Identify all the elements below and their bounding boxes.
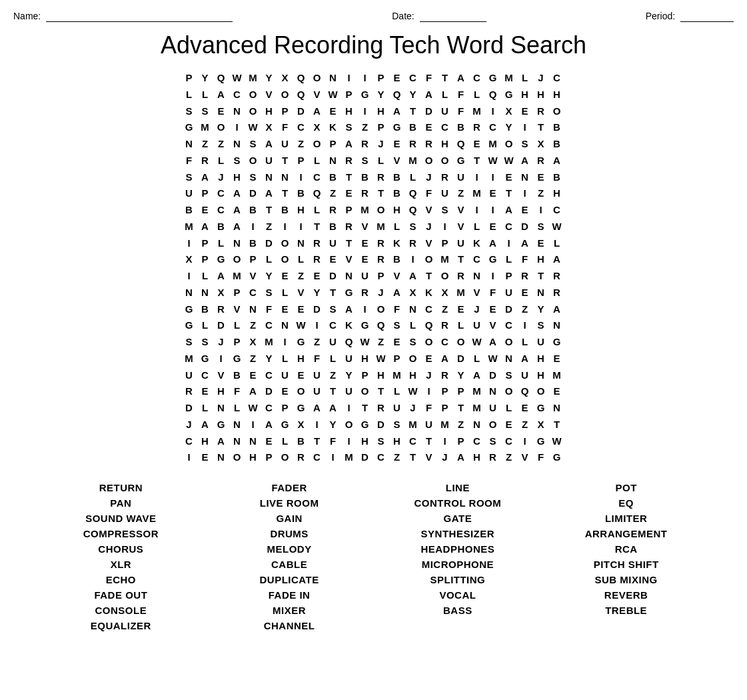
grid-row: JAGNIAGXIYOGDSMUMZNOEZXT <box>182 417 566 433</box>
grid-cell: C <box>422 301 438 318</box>
grid-cell: B <box>390 185 406 202</box>
grid-cell: E <box>518 103 534 120</box>
page-title: Advanced Recording Tech Word Search <box>13 31 734 59</box>
grid-cell: J <box>438 449 454 466</box>
grid-cell: U <box>390 400 406 417</box>
word-item: GATE <box>377 513 539 524</box>
grid-cell: E <box>214 103 230 120</box>
grid-cell: O <box>502 136 518 153</box>
grid-cell: X <box>214 285 230 301</box>
grid-cell: T <box>374 185 390 202</box>
word-item: MIXER <box>209 605 371 616</box>
grid-cell: A <box>518 235 534 252</box>
grid-cell: O <box>374 202 390 219</box>
grid-cell: U <box>470 317 486 334</box>
grid-cell: L <box>470 87 486 103</box>
grid-row: MABAIZIITBRVMLSJIVLECDSW <box>182 219 566 235</box>
grid-cell: U <box>454 169 470 186</box>
grid-cell: L <box>214 153 230 169</box>
grid-cell: G <box>358 317 374 334</box>
grid-cell: W <box>550 433 566 450</box>
grid-cell: Q <box>454 136 470 153</box>
grid-cell: M <box>406 417 422 433</box>
grid-cell: B <box>294 185 310 202</box>
grid-cell: J <box>534 70 550 87</box>
grid-cell: O <box>422 153 438 169</box>
grid-cell: M <box>438 417 454 433</box>
grid-cell: X <box>246 334 262 351</box>
grid-cell: O <box>342 417 358 433</box>
grid-cell: R <box>406 136 422 153</box>
word-item: FADE OUT <box>40 589 202 601</box>
grid-cell: C <box>470 251 486 268</box>
grid-cell: C <box>310 169 326 186</box>
grid-cell: W <box>486 153 502 169</box>
grid-cell: C <box>470 70 486 87</box>
grid-cell: J <box>374 285 390 301</box>
grid-cell: R <box>550 285 566 301</box>
grid-cell: L <box>406 317 422 334</box>
grid-cell: M <box>550 367 566 384</box>
grid-cell: I <box>310 317 326 334</box>
word-item: TREBLE <box>545 605 707 616</box>
grid-row: NNXPCSLVYTGRJAXKXMVFUENR <box>182 285 566 301</box>
grid-cell: W <box>358 334 374 351</box>
grid-cell: F <box>454 87 470 103</box>
grid-cell: Q <box>390 87 406 103</box>
grid-row: XPGOPLOLREVERBIOMTCGLFHA <box>182 251 566 268</box>
grid-cell: J <box>214 169 230 186</box>
grid-cell: S <box>390 417 406 433</box>
grid-cell: O <box>454 334 470 351</box>
word-item: BASS <box>377 605 539 616</box>
grid-cell: I <box>342 70 358 87</box>
grid-cell: G <box>294 334 310 351</box>
grid-cell: E <box>422 351 438 367</box>
grid-cell: T <box>534 119 550 136</box>
grid-cell: R <box>214 301 230 318</box>
grid-cell: U <box>278 367 294 384</box>
grid-cell: Q <box>486 87 502 103</box>
grid-cell: N <box>198 285 214 301</box>
grid-cell: S <box>406 334 422 351</box>
grid-cell: U <box>454 235 470 252</box>
grid-cell: Y <box>326 417 342 433</box>
grid-cell: P <box>278 103 294 120</box>
grid-cell: L <box>406 169 422 186</box>
grid-cell: O <box>310 70 326 87</box>
grid-cell: F <box>486 285 502 301</box>
grid-cell: J <box>374 136 390 153</box>
grid-cell: H <box>294 351 310 367</box>
grid-cell: S <box>342 119 358 136</box>
grid-cell: I <box>246 219 262 235</box>
grid-cell: C <box>550 202 566 219</box>
grid-cell: I <box>278 334 294 351</box>
word-item: CABLE <box>209 559 371 570</box>
grid-cell: X <box>310 119 326 136</box>
grid-cell: H <box>550 87 566 103</box>
grid-cell: I <box>294 169 310 186</box>
grid-cell: N <box>214 449 230 466</box>
grid-cell: B <box>214 219 230 235</box>
grid-cell: U <box>422 417 438 433</box>
grid-cell: H <box>374 367 390 384</box>
grid-cell: B <box>550 119 566 136</box>
grid-cell: M <box>246 70 262 87</box>
grid-cell: D <box>310 301 326 318</box>
word-item: CHORUS <box>40 543 202 555</box>
grid-cell: G <box>182 317 198 334</box>
grid-cell: F <box>534 449 550 466</box>
grid-cell: L <box>390 383 406 400</box>
grid-cell: N <box>262 169 278 186</box>
grid-cell: T <box>326 383 342 400</box>
grid-cell: Z <box>310 334 326 351</box>
grid-cell: P <box>294 153 310 169</box>
grid-cell: E <box>518 202 534 219</box>
grid-cell: M <box>406 153 422 169</box>
grid-cell: A <box>262 136 278 153</box>
grid-cell: D <box>182 400 198 417</box>
grid-row: LLACOVOQVWPGYQYALFLQGHHH <box>182 87 566 103</box>
grid-cell: Q <box>294 70 310 87</box>
grid-cell: H <box>294 202 310 219</box>
grid-cell: I <box>486 103 502 120</box>
grid-cell: D <box>454 351 470 367</box>
